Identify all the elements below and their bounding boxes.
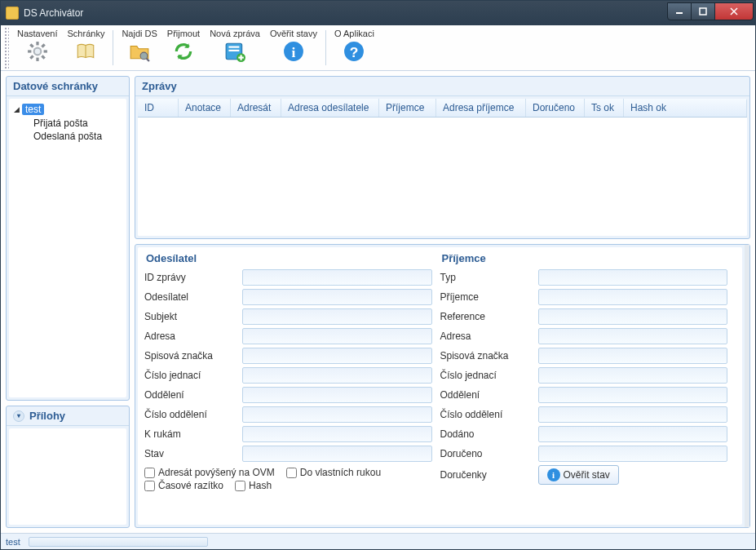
attachments-panel: ▾ Přílohy xyxy=(6,406,130,528)
settings-button[interactable]: Nastavení xyxy=(12,27,63,69)
maximize-button[interactable] xyxy=(691,2,715,20)
checkbox-hash[interactable]: Hash xyxy=(235,480,272,491)
input-reference[interactable] xyxy=(538,308,728,325)
new-message-button[interactable]: Nová zpráva xyxy=(205,27,265,69)
about-button[interactable]: O Aplikaci ? xyxy=(329,27,379,69)
tree-item-inbox[interactable]: Přijatá pošta xyxy=(33,117,123,130)
svg-point-13 xyxy=(35,49,41,55)
col-recipient[interactable]: Adresát xyxy=(231,99,281,117)
status-text: test xyxy=(6,537,20,547)
input-state[interactable] xyxy=(242,446,432,462)
input-recipient-deptnum[interactable] xyxy=(538,406,728,423)
svg-line-10 xyxy=(42,55,44,58)
input-type[interactable] xyxy=(538,269,728,286)
checkbox-timestamp[interactable]: Časové razítko xyxy=(144,480,223,491)
col-annotation[interactable]: Anotace xyxy=(179,99,231,117)
statusbar: test xyxy=(1,533,755,549)
label-sender-dept: Oddělení xyxy=(144,389,242,401)
toolbar: Nastavení Schránky Najdi DS Přijmout xyxy=(1,25,755,71)
input-recipient-dept[interactable] xyxy=(538,387,728,403)
col-id[interactable]: ID xyxy=(138,99,179,117)
label-reference: Reference xyxy=(440,311,538,322)
collapse-icon[interactable]: ◢ xyxy=(12,105,20,113)
input-sender-filemark[interactable] xyxy=(242,348,432,364)
minimize-button[interactable] xyxy=(667,2,692,20)
progress-bar xyxy=(29,537,208,547)
input-recipient[interactable] xyxy=(538,289,728,305)
label-recipient-filemark: Spisová značka xyxy=(440,350,538,361)
tree-item-sent[interactable]: Odeslaná pošta xyxy=(33,130,123,143)
col-ts-ok[interactable]: Ts ok xyxy=(585,99,624,117)
input-recipient-address[interactable] xyxy=(538,328,728,344)
input-recipient-filemark[interactable] xyxy=(538,348,728,364)
recipient-section-title: Příjemce xyxy=(440,252,736,264)
svg-line-12 xyxy=(30,55,33,58)
info-icon: i xyxy=(282,40,305,63)
input-sender-dept[interactable] xyxy=(242,387,432,403)
messages-title: Zprávy xyxy=(135,77,749,96)
checkbox-own-hands[interactable]: Do vlastních rukou xyxy=(286,467,381,478)
label-to-hands: K rukám xyxy=(144,428,242,440)
svg-line-11 xyxy=(42,44,44,47)
mailboxes-header: Datové schránky xyxy=(7,77,129,96)
close-button[interactable] xyxy=(714,2,754,20)
svg-line-16 xyxy=(147,59,149,61)
label-sender-refnum: Číslo jednací xyxy=(144,370,242,381)
col-hash-ok[interactable]: Hash ok xyxy=(624,99,747,117)
details-panel: Odesílatel ID zprávy Odesílatel Subjekt … xyxy=(135,244,750,528)
scrollbar[interactable] xyxy=(745,245,749,527)
svg-rect-18 xyxy=(228,47,239,48)
label-received: Doručeno xyxy=(440,448,538,459)
window-title: DS Archivátor xyxy=(24,7,668,19)
svg-text:?: ? xyxy=(350,44,359,60)
find-ds-button[interactable]: Najdi DS xyxy=(117,27,161,69)
checkbox-ovm[interactable]: Adresát povýšený na OVM xyxy=(144,467,275,478)
label-acknowledgements: Doručenky xyxy=(440,469,538,481)
label-sender-address: Adresa xyxy=(144,330,242,342)
messages-panel: Zprávy ID Anotace Adresát Adresa odesíla… xyxy=(135,76,750,239)
svg-text:i: i xyxy=(292,45,296,60)
col-delivered[interactable]: Doručeno xyxy=(526,99,585,117)
input-recipient-refnum[interactable] xyxy=(538,367,728,384)
tree-root[interactable]: ◢ test xyxy=(12,104,123,115)
label-sender-deptnum: Číslo oddělení xyxy=(144,409,242,420)
input-delivered[interactable] xyxy=(538,426,728,442)
verify-state-button[interactable]: i Ověřit stav xyxy=(538,465,619,485)
toolbar-separator xyxy=(113,30,113,65)
receive-button[interactable]: Přijmout xyxy=(162,27,205,69)
input-msg-id[interactable] xyxy=(242,269,432,286)
app-icon xyxy=(6,7,19,20)
label-sender: Odesílatel xyxy=(144,291,242,303)
col-receiver-address[interactable]: Adresa příjemce xyxy=(436,99,526,117)
svg-rect-1 xyxy=(700,8,706,15)
sender-section-title: Odesílatel xyxy=(144,252,440,264)
col-receiver[interactable]: Příjemce xyxy=(379,99,436,117)
input-received[interactable] xyxy=(538,446,728,462)
toolbar-grip[interactable] xyxy=(4,27,9,69)
input-sender-refnum[interactable] xyxy=(242,367,432,384)
input-to-hands[interactable] xyxy=(242,426,432,442)
mailboxes-button[interactable]: Schránky xyxy=(63,27,110,69)
label-recipient-address: Adresa xyxy=(440,330,538,342)
svg-rect-19 xyxy=(228,50,239,51)
input-sender-deptnum[interactable] xyxy=(242,406,432,423)
messages-grid-header: ID Anotace Adresát Adresa odesílatele Př… xyxy=(138,99,747,118)
label-msg-id: ID zprávy xyxy=(144,272,242,283)
chevron-down-icon[interactable]: ▾ xyxy=(13,410,24,422)
label-subject: Subjekt xyxy=(144,311,242,322)
label-sender-filemark: Spisová značka xyxy=(144,350,242,361)
input-sender-address[interactable] xyxy=(242,328,432,344)
gear-icon xyxy=(26,40,49,63)
verify-states-button[interactable]: Ověřit stavy i xyxy=(265,27,322,69)
label-recipient-dept: Oddělení xyxy=(440,389,538,401)
svg-line-9 xyxy=(30,44,33,47)
messages-grid-body[interactable] xyxy=(138,118,747,236)
new-message-icon xyxy=(223,40,246,63)
mailbox-tree: ◢ test Přijatá pošta Odeslaná pošta xyxy=(9,99,126,148)
label-recipient-refnum: Číslo jednací xyxy=(440,370,538,381)
input-subject[interactable] xyxy=(242,308,432,325)
toolbar-separator xyxy=(325,30,326,65)
input-sender[interactable] xyxy=(242,289,432,305)
info-icon: i xyxy=(547,468,560,481)
col-sender-address[interactable]: Adresa odesílatele xyxy=(281,99,379,117)
